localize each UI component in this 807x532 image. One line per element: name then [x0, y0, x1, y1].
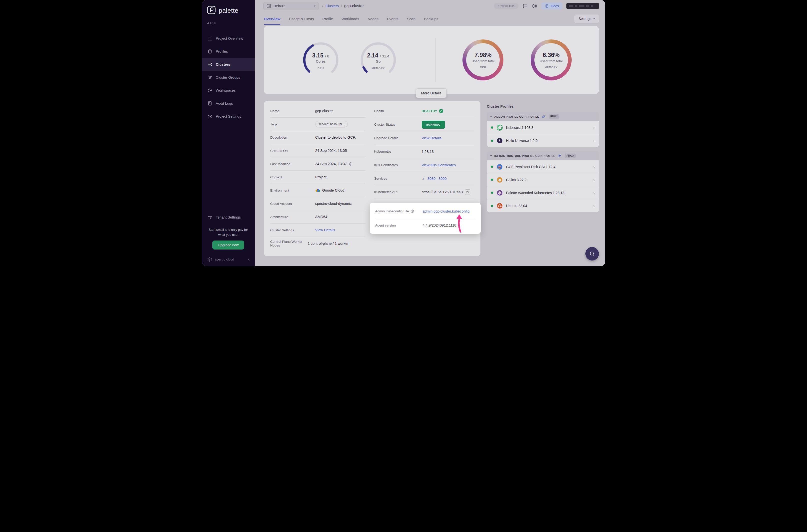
profile-item-gce-csi[interactable]: GCE Persistent Disk CSI 1.12.4 ›: [487, 160, 599, 173]
details-left-column: Name gcp-cluster Tags service: hello-uni…: [270, 104, 365, 252]
chevron-down-icon: ▾: [490, 154, 492, 157]
sidebar-item-label: Workspaces: [216, 89, 236, 92]
tab-nodes[interactable]: Nodes: [368, 13, 378, 25]
metrics-card: 3.15 / 8 Cores CPU 2.14 / 31.4 Gb: [264, 26, 599, 94]
palette-logo-icon: [207, 5, 216, 16]
row-label: Cluster Settings: [270, 228, 315, 232]
usage-quota-badge: 1.29/100kCh: [494, 3, 518, 9]
status-row-services: Services ui :8080 :3000: [374, 172, 474, 185]
detail-row-nodes: Control Plane/Worker Nodes 1 control-pla…: [270, 237, 365, 250]
sidebar-item-project-settings[interactable]: Project Settings: [202, 110, 255, 123]
chevron-down-icon: ▾: [594, 17, 595, 20]
profile-item-hello-universe[interactable]: Hello Universe 1.2.0 ›: [487, 134, 599, 147]
redacted-dash: [586, 5, 589, 7]
row-label: Cluster Status: [374, 122, 422, 126]
help-buoy-icon[interactable]: [532, 3, 538, 9]
tabs: Overview Usage & Costs Profile Workloads…: [264, 13, 438, 25]
memory-total-value: / 31.4: [380, 54, 389, 58]
cluster-profiles-title: Cluster Profiles: [487, 104, 599, 108]
view-k8s-certificates-link[interactable]: View K8s Certificates: [422, 163, 456, 167]
breadcrumb: / Clusters / gcp-cluster: [322, 4, 364, 8]
created-value: 24 Sep 2024, 13:05: [315, 149, 347, 153]
admin-kubeconfig-download-link[interactable]: admin.gcp-cluster.kubeconfig: [423, 209, 470, 213]
project-selector[interactable]: Default ▾: [263, 2, 319, 10]
sidebar-item-tenant-settings[interactable]: Tenant Settings: [202, 211, 255, 224]
addon-profile-header[interactable]: ▾ ADDON PROFILE GCP-PROFILE PROJ: [487, 112, 599, 121]
detail-row-context: Context Project: [270, 171, 365, 184]
tag-chip[interactable]: service: hello-uni...: [315, 121, 348, 127]
sidebar-item-label: Project Overview: [216, 36, 243, 40]
description-value: Cluster to deploy to GCP.: [315, 135, 356, 139]
row-label: Health: [374, 109, 422, 113]
copy-icon[interactable]: [465, 189, 470, 195]
infrastructure-profile-header[interactable]: ▾ INFRASTRUCTURE PROFILE GCP-PROFILE PRO…: [487, 151, 599, 160]
tab-events[interactable]: Events: [387, 13, 398, 25]
gce-persistent-disk-icon: [496, 164, 503, 170]
link-chain-icon: [558, 154, 561, 158]
redacted-dash: [579, 5, 584, 7]
profile-item-ubuntu[interactable]: Ubuntu 22.04 ›: [487, 199, 599, 212]
info-icon[interactable]: [411, 209, 414, 213]
more-details-button[interactable]: More Details: [416, 89, 447, 98]
tab-usage-costs[interactable]: Usage & Costs: [289, 13, 314, 25]
cpu-unit: Cores: [316, 59, 325, 63]
user-menu-redacted[interactable]: [566, 3, 599, 9]
health-status-badge: HEALTHY ✓: [422, 109, 443, 113]
sidebar-item-label: Profiles: [216, 50, 228, 54]
detail-row-created: Created On 24 Sep 2024, 13:05: [270, 144, 365, 157]
profile-item-calico[interactable]: Calico 3.27.2 ›: [487, 173, 599, 186]
memory-usage-text: 6.36% Used from total MEMORY: [531, 39, 571, 80]
profile-item-palette-extended-k8s[interactable]: Palette eXtended Kubernetes 1.28.13 ›: [487, 186, 599, 199]
environment-value: Google Cloud: [322, 188, 344, 192]
detail-row-name: Name gcp-cluster: [270, 104, 365, 118]
sidebar-item-cluster-groups[interactable]: Cluster Groups: [202, 71, 255, 84]
row-label: Services: [374, 176, 422, 180]
tab-profile[interactable]: Profile: [322, 13, 333, 25]
hello-universe-icon: [496, 137, 503, 144]
project-scope-badge: PROJ: [549, 114, 559, 119]
tab-backups[interactable]: Backups: [424, 13, 438, 25]
search-fab-button[interactable]: [585, 247, 599, 261]
status-row-upgrade: Upgrade Details View Details: [374, 131, 474, 145]
tab-scan[interactable]: Scan: [407, 13, 415, 25]
memory-label: MEMORY: [372, 67, 385, 70]
kubernetes-api-value: https://34.54.126.181:443: [422, 190, 463, 194]
detail-row-cluster-settings: Cluster Settings View Details: [270, 224, 365, 237]
service-port-8080-link[interactable]: :8080: [427, 176, 435, 180]
sliders-icon: [207, 215, 212, 220]
status-dot-green: [491, 178, 493, 181]
sidebar-item-profiles[interactable]: Profiles: [202, 45, 255, 58]
app-version: 4.4.19: [202, 21, 255, 25]
brand-row: spectro cloud ‹: [202, 253, 255, 266]
sidebar: palette 4.4.19 Project Overview Profiles…: [202, 0, 255, 266]
detail-row-modified: Last Modified 24 Sep 2024, 13:37: [270, 157, 365, 171]
google-cloud-icon: [315, 189, 320, 192]
profile-item-kubecost[interactable]: Kubecost 1.103.3 ›: [487, 121, 599, 134]
sidebar-item-label: Project Settings: [216, 114, 241, 118]
sidebar-item-project-overview[interactable]: Project Overview: [202, 32, 255, 45]
status-dot-green: [491, 205, 493, 207]
cpu-usage-text: 7.98% Used from total CPU: [463, 39, 503, 80]
row-label: Upgrade Details: [374, 136, 422, 140]
upgrade-now-button[interactable]: Upgrade now: [212, 241, 244, 249]
breadcrumb-clusters-link[interactable]: Clusters: [325, 4, 339, 8]
sidebar-item-label: Cluster Groups: [216, 75, 240, 79]
tab-workloads[interactable]: Workloads: [341, 13, 359, 25]
upgrade-view-details-link[interactable]: View Details: [422, 136, 442, 140]
chat-bubble-icon[interactable]: [522, 3, 528, 9]
cpu-gauge-text: 3.15 / 8 Cores CPU: [302, 41, 340, 79]
calico-icon: [496, 176, 503, 183]
breadcrumb-separator: /: [341, 4, 342, 8]
docs-button[interactable]: Docs: [541, 2, 562, 10]
settings-button[interactable]: Settings ▾: [575, 15, 599, 23]
service-port-3000-link[interactable]: :3000: [437, 176, 447, 180]
layers-icon: [207, 49, 212, 54]
sidebar-item-audit-logs[interactable]: Audit Logs: [202, 97, 255, 110]
cluster-settings-view-details-link[interactable]: View Details: [315, 228, 335, 232]
info-icon[interactable]: [349, 162, 353, 166]
collapse-sidebar-icon[interactable]: ‹: [248, 257, 250, 262]
tab-overview[interactable]: Overview: [264, 13, 281, 25]
sidebar-item-clusters[interactable]: Clusters: [202, 58, 255, 71]
nodes-icon: [207, 75, 212, 80]
sidebar-item-workspaces[interactable]: Workspaces: [202, 84, 255, 97]
